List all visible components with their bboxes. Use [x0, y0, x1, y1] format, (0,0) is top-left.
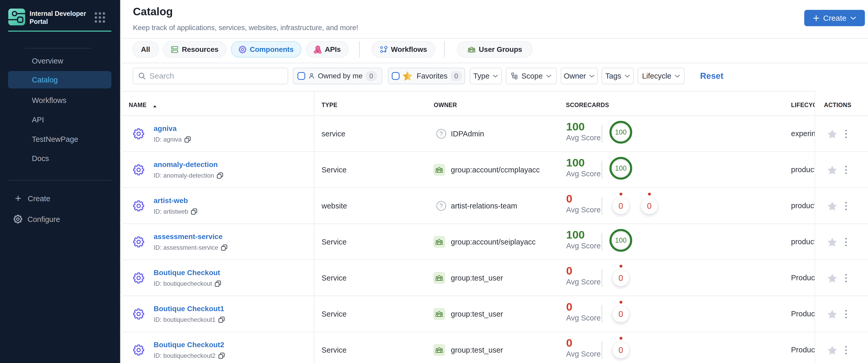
svg-text:?: ?: [440, 130, 443, 137]
svg-text:?: ?: [440, 203, 443, 209]
